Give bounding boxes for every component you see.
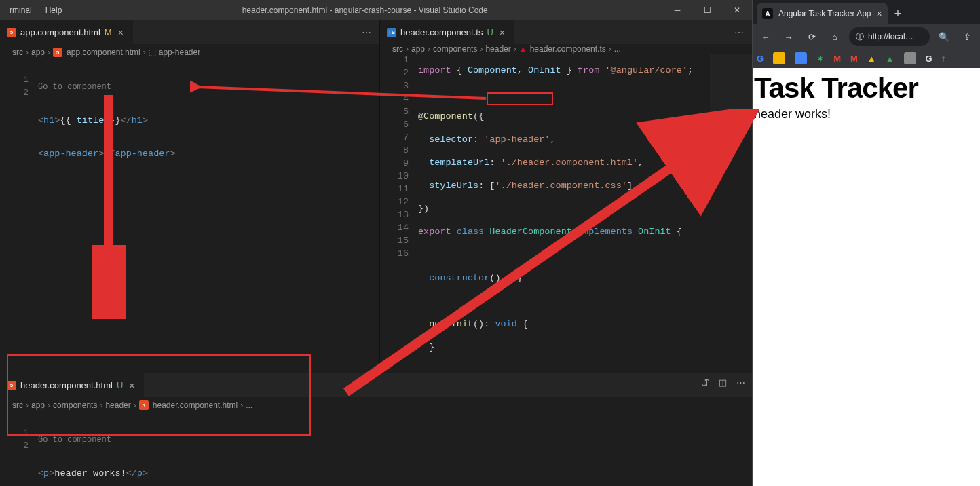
bookmark-calendar[interactable] xyxy=(795,52,807,64)
bc-item[interactable]: components xyxy=(433,44,477,54)
browser-tabstrip: A Angular Task Tracker App × + xyxy=(753,0,980,24)
reload-button[interactable]: ⟳ xyxy=(803,28,821,45)
window-maximize[interactable]: ☐ xyxy=(692,0,722,20)
left-editor-group: 5 app.component.html M × ⋯ src› app› 5 a… xyxy=(0,20,380,373)
zoom-icon[interactable]: 🔍 xyxy=(935,28,953,45)
app-header-icon: ⬚ xyxy=(149,48,156,57)
bookmark-evernote[interactable]: ✶ xyxy=(816,54,824,64)
window-minimize[interactable]: ─ xyxy=(662,0,692,20)
minimap[interactable] xyxy=(710,54,752,128)
tab-close[interactable]: × xyxy=(497,27,507,38)
browser-toolbar: ← → ⟳ ⌂ ⓘ http://local… 🔍 ⇪ xyxy=(753,24,980,49)
bc-item[interactable]: app-header xyxy=(159,48,200,57)
bookmark-facebook[interactable]: f xyxy=(942,54,945,64)
tab-close[interactable]: × xyxy=(116,27,126,38)
window-title: header.component.html - angular-crash-co… xyxy=(67,5,662,15)
browser-window: A Angular Task Tracker App × + ← → ⟳ ⌂ ⓘ… xyxy=(752,0,980,486)
bookmark-folder[interactable] xyxy=(904,52,916,64)
browser-tab-title: Angular Task Tracker App xyxy=(778,9,871,18)
address-text: http://local… xyxy=(868,32,913,41)
tab-header-component-ts[interactable]: TS header.component.ts U × xyxy=(380,20,514,44)
codelens-go-to-component[interactable]: Go to component xyxy=(38,81,379,94)
tab-label: header.component.ts xyxy=(400,27,483,37)
more-actions-icon[interactable]: ⋯ xyxy=(736,377,745,388)
bookmark-keep[interactable] xyxy=(773,52,785,64)
address-bar[interactable]: ⓘ http://local… xyxy=(849,27,930,46)
page-text: header works! xyxy=(754,107,979,122)
menu-terminal[interactable]: rminal xyxy=(4,3,37,18)
bookmark-drive-2[interactable]: ▲ xyxy=(886,54,894,64)
back-button[interactable]: ← xyxy=(757,28,774,45)
window-close[interactable]: ✕ xyxy=(722,0,752,20)
browser-viewport[interactable]: Task Tracker header works! xyxy=(753,68,980,486)
new-tab-button[interactable]: + xyxy=(888,3,909,24)
browser-tab-close[interactable]: × xyxy=(877,8,882,19)
share-icon[interactable]: ⇪ xyxy=(958,28,976,45)
editor-actions[interactable]: ⋯ xyxy=(354,27,379,38)
page-heading: Task Tracker xyxy=(754,72,979,105)
ts-file-icon: TS xyxy=(387,28,396,37)
bookmark-g[interactable]: G xyxy=(926,54,932,64)
code-area[interactable]: Go to component <h1>{{ title }}</h1> <ap… xyxy=(38,60,379,373)
bc-item[interactable]: app.component.html xyxy=(67,48,140,57)
tab-app-component-html[interactable]: 5 app.component.html M × xyxy=(0,20,133,44)
bc-item[interactable]: header.component.ts xyxy=(530,44,606,54)
html-file-icon: 5 xyxy=(53,48,62,57)
split-editor-icon[interactable]: ◫ xyxy=(719,377,727,388)
bookmark-drive-1[interactable]: ▲ xyxy=(867,54,876,64)
bc-item[interactable]: ... xyxy=(614,44,621,54)
bc-item[interactable]: app xyxy=(31,48,45,57)
editor-actions[interactable]: ⋯ xyxy=(726,27,752,38)
site-info-icon[interactable]: ⓘ xyxy=(856,31,864,43)
right-editor-group: TS header.component.ts U × ⋯ src› app› c… xyxy=(380,20,752,373)
bottom-editor-actions[interactable]: ⇵ ◫ ⋯ xyxy=(702,377,745,388)
tab-modified-badge: M xyxy=(105,27,112,37)
bookmark-google[interactable]: G xyxy=(757,54,764,64)
tab-untracked-badge: U xyxy=(487,27,493,37)
menu-help[interactable]: Help xyxy=(40,3,68,18)
compare-changes-icon[interactable]: ⇵ xyxy=(702,377,709,388)
tab-label: app.component.html xyxy=(20,27,100,37)
bookmark-gmail-1[interactable]: M xyxy=(833,54,841,64)
browser-tab[interactable]: A Angular Task Tracker App × xyxy=(757,3,888,24)
annotation-box-bottom-editor xyxy=(7,354,311,436)
left-breadcrumb[interactable]: src› app› 5 app.component.html› ⬚ app-he… xyxy=(0,44,379,60)
title-bar: rminal Help header.component.html - angu… xyxy=(0,0,752,20)
right-tabbar: TS header.component.ts U × ⋯ xyxy=(380,20,752,44)
bc-item[interactable]: src xyxy=(392,44,403,54)
home-button[interactable]: ⌂ xyxy=(826,28,844,45)
vscode-window: rminal Help header.component.html - angu… xyxy=(0,0,752,486)
angular-favicon: A xyxy=(762,8,773,19)
forward-button[interactable]: → xyxy=(780,28,797,45)
gutter: 12 xyxy=(0,60,38,373)
annotation-box-selector xyxy=(487,92,553,105)
bc-item[interactable]: app xyxy=(411,44,425,54)
right-breadcrumb[interactable]: src› app› components› header› ▲ header.c… xyxy=(380,44,752,54)
left-editor[interactable]: 12 Go to component <h1>{{ title }}</h1> … xyxy=(0,60,379,373)
angular-icon: ▲ xyxy=(519,44,527,54)
bc-item[interactable]: header xyxy=(485,44,510,54)
bc-item[interactable]: src xyxy=(12,48,23,57)
bookmark-gmail-2[interactable]: M xyxy=(850,54,858,64)
html-file-icon: 5 xyxy=(7,28,16,37)
bookmarks-bar: G ✶ M M ▲ ▲ G f xyxy=(753,49,980,68)
left-tabbar: 5 app.component.html M × ⋯ xyxy=(0,20,379,44)
